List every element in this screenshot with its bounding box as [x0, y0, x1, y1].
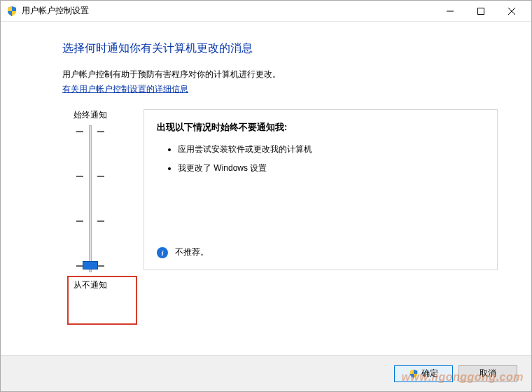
- footer: 确定 取消: [1, 355, 531, 391]
- slider-tick: [76, 131, 104, 132]
- list-item: 应用尝试安装软件或更改我的计算机: [178, 144, 484, 155]
- window-title: 用户帐户控制设置: [22, 5, 435, 17]
- ok-label: 确定: [421, 368, 438, 379]
- slider-tick: [76, 220, 104, 222]
- body-row: 始终通知 从不通知 出现以下情况时始终不要通知我: 应用尝试安装软件或更改我的计…: [62, 109, 498, 291]
- cancel-label: 取消: [479, 368, 496, 379]
- list-item: 我更改了 Windows 设置: [178, 162, 484, 174]
- shield-icon: [6, 6, 18, 17]
- page-subtext: 用户帐户控制有助于预防有害程序对你的计算机进行更改。: [62, 69, 498, 80]
- note-text: 不推荐。: [175, 246, 209, 258]
- panel-note: i 不推荐。: [157, 246, 209, 258]
- slider-tick: [76, 176, 104, 177]
- uac-settings-window: 用户帐户控制设置 选择何时通知你有关计算机更改的消息 用户帐户控制有助于预防有害…: [0, 0, 532, 392]
- slider-thumb[interactable]: [83, 261, 98, 270]
- ok-button[interactable]: 确定: [394, 365, 453, 382]
- minimize-button[interactable]: [435, 1, 465, 21]
- slider-bottom-label: 从不通知: [74, 279, 107, 291]
- slider-column: 始终通知 从不通知: [62, 109, 118, 291]
- slider-track: [89, 125, 92, 272]
- page-heading: 选择何时通知你有关计算机更改的消息: [62, 41, 498, 56]
- info-panel: 出现以下情况时始终不要通知我: 应用尝试安装软件或更改我的计算机 我更改了 Wi…: [144, 109, 498, 270]
- panel-list: 应用尝试安装软件或更改我的计算机 我更改了 Windows 设置: [157, 144, 484, 174]
- slider-top-label: 始终通知: [74, 109, 107, 121]
- shield-icon: [409, 369, 419, 379]
- svg-rect-1: [478, 8, 484, 14]
- titlebar: 用户帐户控制设置: [1, 1, 531, 22]
- info-icon: i: [157, 247, 168, 258]
- window-controls: [435, 1, 527, 21]
- help-link[interactable]: 有关用户帐户控制设置的详细信息: [62, 84, 188, 94]
- content-area: 选择何时通知你有关计算机更改的消息 用户帐户控制有助于预防有害程序对你的计算机进…: [1, 22, 531, 355]
- maximize-button[interactable]: [465, 1, 496, 21]
- uac-slider[interactable]: [69, 125, 111, 272]
- panel-title: 出现以下情况时始终不要通知我:: [157, 121, 484, 134]
- cancel-button[interactable]: 取消: [458, 365, 517, 382]
- close-button[interactable]: [496, 1, 527, 21]
